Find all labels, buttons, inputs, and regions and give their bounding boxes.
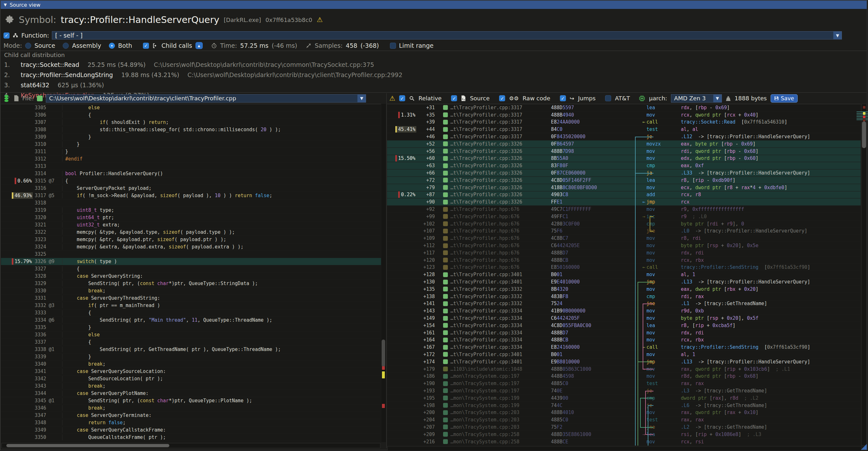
child-call-row[interactable]: 2.tracy::Profiler::SendLongString19.88 m… [4, 70, 864, 80]
asm-location[interactable]: …t\TracyProfiler.cpp:3401 [451, 359, 542, 365]
asm-location[interactable]: …mon\TracySystem.cpp:203 [451, 410, 542, 415]
asm-location[interactable]: …1103\include\atomic:1048 [451, 366, 542, 372]
asm-location[interactable]: …t\TracyProfiler.cpp:3334 [451, 344, 542, 350]
source-line-row[interactable]: 3329 SendString( ptr, (const char*)ptr, … [1, 280, 381, 287]
asm-row[interactable]: +63…t\TracyProfiler.cpp:332683F80Fcmpeax… [387, 162, 861, 170]
asm-row[interactable]: +92…t\TracyProfiler.hpp:67649C7C1FFFFFFF… [387, 206, 861, 213]
source-line-row[interactable]: 3312#endif [1, 155, 381, 163]
asm-row[interactable]: +167…t\TracyProfiler.cpp:3334E824160000←… [387, 344, 861, 351]
asm-row[interactable]: +172…t\TracyProfiler.cpp:3401B001moval, … [387, 351, 861, 358]
file-combobox[interactable]: C:\Users\wolf\Desktop\darkrl\contrib\tra… [46, 94, 366, 102]
source-line-row[interactable]: 3318 [1, 200, 381, 207]
source-line-row[interactable]: 3311} [1, 148, 381, 155]
asm-location[interactable]: …t\TracyProfiler.hpp:676 [451, 264, 542, 270]
asm-location[interactable]: …t\TracyProfiler.cpp:3317 [451, 134, 542, 140]
asm-row[interactable]: +128…t\TracyProfiler.cpp:3401B001moval, … [387, 271, 861, 278]
asm-row[interactable]: +164…t\TracyProfiler.cpp:3334488BCBmovrc… [387, 337, 861, 344]
asm-row[interactable]: +138…t\TracyProfiler.cpp:3332483BF8cmprd… [387, 293, 861, 300]
asm-row[interactable]: +190…mon\TracySystem.cpp:1974885C0testra… [387, 380, 861, 387]
scrollbar-thumb[interactable] [382, 339, 385, 367]
relative-checkbox[interactable]: ✓ [399, 95, 405, 101]
asm-row[interactable]: +200…mon\TracySystem.cpp:203488B4010movr… [387, 409, 861, 416]
source-line-row[interactable]: 3344 case ServerQueryPlotName: [1, 390, 381, 397]
source-line-row[interactable]: 3347 case ServerQueryTerminate: [1, 412, 381, 419]
asm-location[interactable]: …t\TracyProfiler.cpp:3326 [451, 177, 542, 183]
source-line-row[interactable]: 3323 memcpy( &ptr, &payload.ptr, sizeof(… [1, 236, 381, 243]
collapse-up-button[interactable]: ▲ [195, 42, 203, 49]
source-line-row[interactable]: 3307 if( shouldExit ) return; [1, 119, 381, 126]
asm-location[interactable]: …t\TracyProfiler.cpp:3401 [451, 352, 542, 357]
radio-both[interactable] [109, 43, 115, 49]
asm-row[interactable]: +135…t\TracyProfiler.cpp:33328B4320movea… [387, 286, 861, 293]
asm-location[interactable]: …t\TracyProfiler.cpp:3326 [451, 148, 542, 154]
asm-row[interactable]: +107…t\TracyProfiler.hpp:67675F6jne.L0 -… [387, 228, 861, 235]
source-line-row[interactable]: 3306 { [1, 112, 381, 119]
asm-location[interactable]: …mon\TracySystem.cpp:199 [451, 402, 542, 408]
asm-location[interactable]: …t\TracyProfiler.hpp:676 [451, 250, 542, 256]
asm-row[interactable]: +195…mon\TracySystem.cpp:199443900→cmpdw… [387, 395, 861, 402]
function-checkbox[interactable]: ✓ [3, 32, 9, 38]
asm-location[interactable]: …mon\TracySystem.cpp:203 [451, 424, 542, 430]
child-calls-checkbox[interactable]: ✓ [143, 43, 149, 49]
asm-location[interactable]: …t\TracyProfiler.cpp:3401 [451, 272, 542, 277]
source-line-row[interactable]: 3331 case ServerQueryThreadString: [1, 295, 381, 302]
pane-divider[interactable] [386, 93, 387, 448]
source-line-row[interactable]: 3345@1 SendString( ptr, (const char*)ptr… [1, 397, 381, 404]
source-line-row[interactable]: 3320 uint64_t ptr; [1, 214, 381, 221]
asm-location[interactable]: …mon\TracySystem.cpp:258 [451, 439, 542, 445]
asm-row[interactable]: +39…t\TracyProfiler.cpp:3317E824AA0000←c… [387, 119, 861, 126]
source-line-row[interactable]: 46.93%3317@5 if( !m_sock->Read( &payload… [1, 192, 381, 200]
source-line-row[interactable]: 3338@1 SendString( ptr, GetThreadName( p… [1, 346, 381, 353]
chevron-down-icon[interactable]: ▼ [358, 95, 366, 102]
source-line-row[interactable]: 3349 case ServerQueryCallstackFrame: [1, 426, 381, 434]
source-line-row[interactable]: 3319 uint8_t type; [1, 207, 381, 214]
asm-row[interactable]: +207…mon\TracySystem.cpp:20375F2jne.L2 -… [387, 424, 861, 431]
uarch-combobox[interactable]: AMD Zen 3 ▼ [671, 94, 722, 102]
asm-location[interactable]: …t\TracyProfiler.hpp:676 [451, 228, 542, 234]
child-call-row[interactable]: 1.tracy::Socket::Read25.25 ms (54.89%)C:… [4, 60, 864, 70]
asm-location[interactable]: …t\TracyProfiler.cpp:3334 [451, 323, 542, 328]
asm-row[interactable]: +72…t\TracyProfiler.cpp:33264C8D05F146F2… [387, 177, 861, 184]
raw-code-checkbox[interactable]: ✓ [499, 95, 505, 101]
source-line-row[interactable]: 3309 } [1, 133, 381, 141]
asm-row[interactable]: +204…mon\TracySystem.cpp:2034885C0testra… [387, 416, 861, 424]
source-line-row[interactable]: 3316 ServerQueryPacket payload; [1, 185, 381, 192]
chevron-down-icon[interactable]: ▼ [713, 95, 721, 102]
source-line-row[interactable]: 3325 [1, 251, 381, 258]
asm-row[interactable]: 15.50%+60…t\TracyProfiler.cpp:33268B55A0… [387, 155, 861, 162]
asm-location[interactable]: …t\TracyProfiler.cpp:3326 [451, 192, 542, 198]
asm-row[interactable]: +123…t\TracyProfiler.hpp:676E850160000←c… [387, 264, 861, 271]
child-call-row[interactable]: 3.stat64i32625 µs (1.36%) [4, 80, 864, 90]
asm-row[interactable]: +141…t\TracyProfiler.cpp:33327524jne.L1 … [387, 300, 861, 308]
asm-row[interactable]: +143…t\TracyProfiler.cpp:333441B90B00000… [387, 307, 861, 315]
asm-row[interactable]: +149…t\TracyProfiler.cpp:3334C64424205Fm… [387, 315, 861, 322]
asm-location[interactable]: …t\TracyProfiler.hpp:676 [451, 243, 542, 248]
asm-location[interactable]: …t\TracyProfiler.cpp:3332 [451, 294, 542, 299]
asm-location[interactable]: …t\TracyProfiler.hpp:676 [451, 235, 542, 241]
asm-location[interactable]: …mon\TracySystem.cpp:197 [451, 373, 542, 379]
radio-source[interactable] [25, 43, 31, 49]
source-line-row[interactable]: 3337 { [1, 338, 381, 346]
function-combobox[interactable]: [ - self - ] ▼ [52, 31, 842, 39]
source-line-row[interactable]: 3335 } [1, 324, 381, 331]
asm-row[interactable]: +46…t\TracyProfiler.cpp:33170F8435020000… [387, 133, 861, 141]
asm-row[interactable]: +216…mon\TracySystem.cpp:258488BCEmovrcx… [387, 438, 861, 446]
source-line-row[interactable]: 3321 uint32_t extra; [1, 221, 381, 229]
source-line-row[interactable]: 3346 break; [1, 404, 381, 412]
asm-row[interactable]: +209…mon\TracySystem.cpp:258488D35E88610… [387, 431, 861, 438]
source-line-row[interactable]: 3343 break; [1, 383, 381, 390]
asm-location[interactable]: …mon\TracySystem.cpp:197 [451, 388, 542, 394]
asm-row[interactable]: +117…t\TracyProfiler.hpp:676488BD7movrdx… [387, 249, 861, 257]
source-line-row[interactable]: 3305 else [1, 104, 381, 112]
source-line-row[interactable]: 3348 return false; [1, 419, 381, 426]
asm-location[interactable]: …t\TracyProfiler.cpp:3332 [451, 301, 542, 306]
source-line-row[interactable]: 3313 [1, 163, 381, 170]
source-line-row[interactable]: 3308 std::this_thread::sleep_for( std::c… [1, 126, 381, 133]
chevron-down-icon[interactable]: ▼ [833, 32, 842, 39]
asm-row[interactable]: +31…t\TracyProfiler.cpp:3317488D5597lear… [387, 104, 861, 112]
window-titlebar[interactable]: ▼ Source view [1, 1, 867, 9]
asm-location[interactable]: …t\TracyProfiler.cpp:3326 [451, 185, 542, 190]
source-line-row[interactable]: 3332@3 if( ptr == m_mainThread ) [1, 302, 381, 309]
source-line-row[interactable]: 3322 memcpy( &type, &payload.type, sizeo… [1, 229, 381, 236]
source-line-row[interactable]: 3339 } [1, 353, 381, 361]
